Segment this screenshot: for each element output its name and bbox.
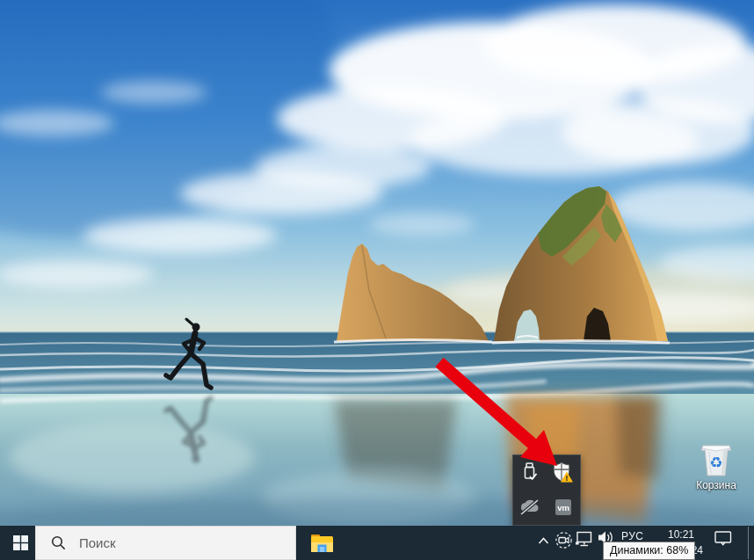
volume-tooltip: Динамики: 68% [603,542,695,560]
windows-desktop: ♻ Корзина ! [0,0,754,560]
hidden-icons-chevron[interactable] [538,537,549,545]
meet-now-icon[interactable] [555,532,572,549]
file-explorer-taskbar-button[interactable] [304,526,339,560]
clock-time[interactable]: 10:21 [664,528,698,541]
vmware-tools-tray-icon[interactable]: vm [547,491,580,526]
beach-wallpaper-scene [0,0,754,526]
vmware-tools-icon: vm [552,496,575,519]
vm-label: vm [557,503,569,513]
usb-safely-remove-icon [518,462,541,484]
search-icon [51,535,66,550]
svg-text:♻: ♻ [709,454,722,471]
windows-security-tray-icon[interactable]: ! [547,455,580,491]
svg-text:!: ! [566,474,569,483]
language-indicator[interactable]: РУС [621,530,643,542]
onedrive-tray-icon[interactable] [513,491,547,526]
file-explorer-icon [310,534,334,553]
show-desktop-button[interactable] [748,527,749,559]
onedrive-offline-icon [518,498,541,517]
recycle-bin-desktop-icon[interactable]: ♻ Корзина [689,440,743,498]
hidden-icons-flyout: ! vm [512,455,581,526]
recycle-bin-icon: ♻ [698,440,735,478]
taskbar-search-box[interactable] [35,526,296,560]
network-ethernet-icon[interactable] [576,531,592,548]
safely-remove-hardware-tray-icon[interactable] [513,455,547,491]
desktop-wallpaper [0,0,754,526]
search-input[interactable] [77,535,274,551]
action-center-icon[interactable] [714,531,732,546]
recycle-bin-label: Корзина [696,479,736,491]
windows-start-icon [13,535,28,550]
windows-security-warning-icon: ! [552,462,575,484]
